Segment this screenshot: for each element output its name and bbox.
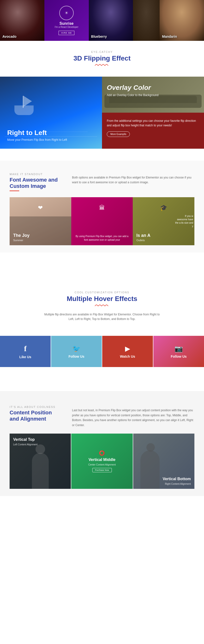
hero-card-mandarin[interactable]: Mandarin <box>160 0 204 41</box>
img-card-joy[interactable]: ❤ The Joy Summer <box>9 197 71 245</box>
hover-label: COOL CUSTOMIZATION OPTIONS <box>9 291 195 294</box>
hero-label-blueberry: Blueberry <box>91 34 107 38</box>
hire-me-button[interactable]: HIRE ME <box>59 31 75 35</box>
hover-section: COOL CUSTOMIZATION OPTIONS Multiple Hove… <box>0 276 204 336</box>
more-examples-button[interactable]: More Examplls <box>107 132 130 137</box>
align-bottom-right-title: Vertical Bottom <box>163 476 191 482</box>
img-card-museum-back-text: By using Premium Flip Box widget, you ca… <box>74 234 131 242</box>
social-card-twitter[interactable]: 🐦 Follow Us <box>51 336 102 367</box>
flip-card-rtl-subtitle: Move your Premium Flip Box from Right to… <box>7 138 67 142</box>
standout-label: MAKE IT STANDOUT <box>9 173 62 176</box>
img-card-museum[interactable]: 🏛 By using Premium Flip Box widget, you … <box>71 197 133 245</box>
flip-cards-grid: Right to Left Move your Premium Flip Box… <box>0 77 204 149</box>
sunrise-subtitle: I'm a React Developer <box>55 26 78 28</box>
hover-title: Multiple Hover Effects <box>9 295 195 303</box>
hero-card-extra[interactable] <box>133 0 160 41</box>
hero-card-blueberry[interactable]: Blueberry <box>89 0 133 41</box>
align-card-middle-center[interactable]: ⭕ Vertical Middle Center Content Alignme… <box>71 434 133 489</box>
img-card-outlets[interactable]: 🎓 Is an A Outlets If you w awesome have … <box>133 197 195 245</box>
standout-desc: Both options are available in Premium Fl… <box>72 175 195 185</box>
sunrise-title: Sunrise <box>55 22 78 26</box>
flip-overlay-subtitle: Add an Overlay Color to the Background <box>107 94 158 97</box>
flip-card-overlay[interactable]: Overlay Color Add an Overlay Color to th… <box>102 77 204 113</box>
hero-section: Avocado ☀ Sunrise I'm a React Developer … <box>0 0 204 41</box>
flip-section-title: 3D Flipping Effect <box>5 54 199 62</box>
align-middle-center-subtitle: Center Content Alignment <box>88 463 116 466</box>
align-middle-center-title: Vertical Middle <box>88 457 116 462</box>
img-card-outlets-icon: 🎓 <box>160 204 167 211</box>
social-card-facebook[interactable]: f Like Us <box>0 336 51 367</box>
img-card-outlets-sublabel: Outlets <box>136 239 145 242</box>
img-card-outlets-right-text: If you w awesome have the a its size and… <box>174 214 193 228</box>
align-top-left-subtitle: Left Content Alignment <box>13 443 37 446</box>
content-pos-title: Content Position and Alignment <box>9 410 62 422</box>
content-pos-desc: Last but not least, in Premium Flip Box … <box>72 408 195 428</box>
facebook-label: Like Us <box>19 355 31 359</box>
standout-section: MAKE IT STANDOUT Font Awesome and Custom… <box>0 161 204 252</box>
align-card-top-left[interactable]: Vertical Top Left Content Alignment <box>9 434 71 489</box>
circle-icon: ⭕ <box>88 450 116 456</box>
eyecatchy-label: EYE-CATCHY <box>5 50 199 53</box>
img-card-outlets-label: Is an A <box>136 233 150 238</box>
align-card-bottom-right[interactable]: Vertical Bottom Right Content Alignment <box>133 434 195 489</box>
image-cards-row: ❤ The Joy Summer 🏛 By using Premium Flip… <box>9 197 195 245</box>
flip-extra-text: From the additional settings you can cho… <box>107 119 199 128</box>
twitter-label: Follow Us <box>68 354 84 358</box>
content-pos-label: IT'S ALL ABOUT COOLNESS <box>9 406 62 408</box>
twitter-icon: 🐦 <box>72 345 81 353</box>
youtube-label: Watch Us <box>120 354 135 358</box>
align-top-left-title: Vertical Top <box>13 437 37 442</box>
flip-card-right-to-left[interactable]: Right to Left Move your Premium Flip Box… <box>0 77 102 149</box>
instagram-label: Follow Us <box>171 354 187 358</box>
alignment-cards: Vertical Top Left Content Alignment ⭕ Ve… <box>9 434 195 489</box>
hero-label-mandarin: Mandarin <box>162 34 177 38</box>
hero-label-avocado: Avocado <box>2 34 16 38</box>
img-card-joy-label: The Joy <box>13 233 29 238</box>
img-card-joy-sublabel: Summer <box>13 239 23 242</box>
hover-desc: Multiple flip directions are available i… <box>42 312 162 322</box>
flip-section: EYE-CATCHY 3D Flipping Effect <box>0 41 204 77</box>
align-bottom-right-subtitle: Right Content Alignment <box>163 482 191 485</box>
social-cards: f Like Us 🐦 Follow Us ▶ Watch Us 📷 Follo… <box>0 336 204 367</box>
hero-card-avocado[interactable]: Avocado <box>0 0 44 41</box>
social-card-instagram[interactable]: 📷 Follow Us <box>153 336 204 367</box>
img-card-joy-icon: ❤ <box>38 204 43 211</box>
instagram-icon: 📷 <box>175 345 183 353</box>
flip-card-rtl-title: Right to Left <box>7 129 67 137</box>
content-position-section: IT'S ALL ABOUT COOLNESS Content Position… <box>0 391 204 496</box>
img-card-museum-back-icon: 🏛 <box>99 204 105 211</box>
hero-card-sunrise[interactable]: ☀ Sunrise I'm a React Developer HIRE ME <box>44 0 89 41</box>
standout-title: Font Awesome and Custom Image <box>9 177 62 189</box>
facebook-icon: f <box>24 344 27 353</box>
flip-overlay-title: Overlay Color <box>107 84 151 92</box>
flip-card-extra[interactable]: From the additional settings you can cho… <box>102 113 204 149</box>
youtube-icon: ▶ <box>125 345 130 353</box>
purchase-now-button[interactable]: Purchase Now <box>92 468 112 472</box>
social-card-youtube[interactable]: ▶ Watch Us <box>102 336 153 367</box>
